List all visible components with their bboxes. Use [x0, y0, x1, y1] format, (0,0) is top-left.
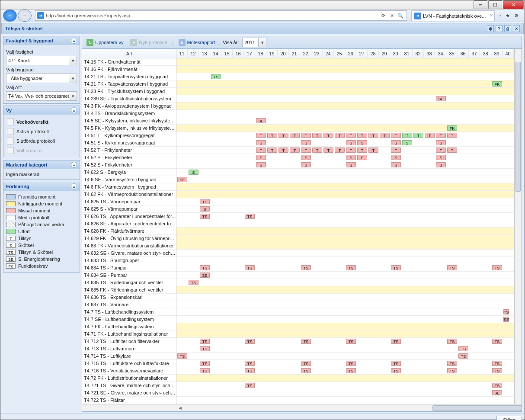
schedule-item[interactable]: TS: [245, 383, 255, 388]
aff-row-label[interactable]: T4.628 FK - Fläktluftvärmare: [82, 228, 176, 235]
report-button[interactable]: ≡Mötesrapport: [177, 38, 217, 47]
schedule-item[interactable]: S: [301, 155, 311, 160]
aff-row-label[interactable]: T4.635 TS - Rörledningar och ventiler: [82, 279, 176, 286]
schedule-item[interactable]: TS: [200, 346, 210, 351]
schedule-item[interactable]: T: [323, 147, 333, 153]
schedule-item[interactable]: T: [267, 133, 277, 138]
schedule-item[interactable]: S: [301, 140, 311, 145]
aff-row-label[interactable]: T4.21 TS - Tappvattensystem i byggnad: [82, 73, 176, 80]
schedule-item[interactable]: TS: [189, 280, 198, 285]
schedule-item[interactable]: SE: [436, 96, 446, 101]
schedule-item[interactable]: TS: [245, 265, 255, 270]
week-header-cell[interactable]: 18: [255, 49, 266, 58]
select-byggnad[interactable]: - Alla byggnader -: [6, 74, 77, 83]
schedule-item[interactable]: T: [335, 133, 345, 138]
aff-row-label[interactable]: T4.6 SE - Värmesystem i byggnad: [82, 176, 176, 183]
schedule-item[interactable]: T: [256, 147, 266, 153]
schedule-item[interactable]: TS: [346, 339, 356, 344]
schedule-item[interactable]: TS: [346, 265, 356, 270]
schedule-item[interactable]: S: [357, 140, 367, 145]
collapse-icon[interactable]: ▴: [71, 183, 77, 189]
week-header-cell[interactable]: 21: [289, 49, 300, 58]
week-header-cell[interactable]: 38: [480, 49, 491, 58]
schedule-item[interactable]: T: [413, 133, 423, 138]
schedule-item[interactable]: T: [312, 133, 322, 138]
aff-row-label[interactable]: T4.51 S - Kylkompressoraggregat: [82, 139, 176, 147]
schedule-item[interactable]: TS: [447, 368, 457, 373]
aff-row-label[interactable]: T4.633 TS - Shuntgrupper: [82, 257, 176, 264]
stop-icon[interactable]: ✕: [387, 13, 396, 19]
week-header-cell[interactable]: 23: [311, 49, 323, 58]
schedule-item[interactable]: S: [436, 140, 446, 145]
schedule-item[interactable]: T: [279, 133, 288, 138]
aff-row-label[interactable]: T4.714 TS - Luftkylare: [82, 353, 176, 360]
schedule-item[interactable]: T: [323, 133, 333, 138]
aff-row-label[interactable]: T4.636 TS - Expansionskärl: [82, 294, 176, 301]
tab-close-icon[interactable]: ×: [490, 13, 493, 18]
schedule-item[interactable]: TS: [492, 339, 502, 344]
schedule-item[interactable]: TS: [492, 383, 502, 388]
schedule-item[interactable]: SE: [177, 177, 187, 182]
schedule-item[interactable]: T: [346, 133, 356, 138]
aff-row-label[interactable]: T4.629 FK - Övrig utrustning för värmepr…: [82, 235, 176, 242]
week-header-cell[interactable]: 29: [379, 49, 390, 58]
schedule-item[interactable]: T: [267, 147, 277, 153]
reload-icon[interactable]: ⟳: [379, 13, 387, 19]
schedule-item[interactable]: S: [256, 140, 266, 145]
aff-row-label[interactable]: T4.5 SE - Kylsystem, inklusive frikylsys…: [82, 117, 176, 125]
schedule-item[interactable]: TS: [503, 309, 509, 314]
print-icon[interactable]: ⎙: [504, 25, 511, 32]
schedule-item[interactable]: T: [279, 147, 288, 153]
vy-item[interactable]: Veckoöversikt: [6, 117, 77, 127]
schedule-item[interactable]: TS: [346, 368, 356, 373]
schedule-item[interactable]: S: [391, 140, 401, 145]
schedule-item[interactable]: TS: [177, 353, 187, 359]
schedule-item[interactable]: T: [256, 133, 266, 138]
aff-row-label[interactable]: T4.716 TS - Ventilationsvärmeväxlare: [82, 367, 176, 375]
schedule-item[interactable]: TS: [245, 368, 255, 373]
schedule-item[interactable]: TS: [492, 265, 502, 270]
schedule-item[interactable]: TS: [447, 265, 457, 270]
schedule-item[interactable]: SE: [200, 273, 210, 278]
schedule-item[interactable]: TS: [391, 361, 401, 366]
aff-row-label[interactable]: T4.713 TS - Luftvärmare: [82, 345, 176, 353]
aff-row-label[interactable]: T4.7 TS - Luftbehandlingssystem: [82, 308, 176, 316]
collapse-icon[interactable]: ▴: [71, 162, 77, 168]
schedule-item[interactable]: TS: [391, 265, 401, 270]
schedule-item[interactable]: TS: [391, 368, 401, 373]
schedule-item[interactable]: T: [391, 147, 401, 153]
week-header-cell[interactable]: 17: [244, 49, 255, 58]
schedule-item[interactable]: TS: [211, 74, 221, 79]
week-header-cell[interactable]: 20: [278, 49, 289, 58]
aff-row-label[interactable]: T4.625 S - Värmepumpar: [82, 205, 176, 213]
aff-row-label[interactable]: T4.62 FK - Värmeproduktionsinstallatione…: [82, 191, 176, 198]
week-header-cell[interactable]: 39: [491, 49, 503, 58]
schedule-item[interactable]: SE: [256, 118, 266, 123]
schedule-item[interactable]: FK: [447, 125, 457, 131]
aff-row-label[interactable]: T4.637 TS - Värmare: [82, 301, 176, 308]
aff-row-label[interactable]: T4.721 TS - Givare, mätare och styr- och…: [82, 382, 176, 389]
schedule-item[interactable]: T: [290, 147, 300, 153]
schedule-item[interactable]: T: [402, 133, 412, 138]
collapse-icon[interactable]: ▴: [71, 107, 77, 113]
week-header-cell[interactable]: 35: [446, 49, 458, 58]
aff-row-label[interactable]: T4.626 TS - Apparater i undercentraler f…: [82, 213, 176, 220]
schedule-item[interactable]: SE: [492, 390, 502, 395]
schedule-item[interactable]: T: [301, 133, 311, 138]
schedule-item[interactable]: TS: [447, 361, 457, 366]
aff-row-label[interactable]: T4.634 TS - Pumpar: [82, 264, 176, 272]
window-minimize-button[interactable]: ━: [474, 0, 487, 9]
aff-row-label[interactable]: T4.721 SE - Givare, mätare och styr- och…: [82, 389, 176, 397]
week-header-cell[interactable]: 40: [503, 49, 514, 58]
search-icon[interactable]: 🔍: [396, 13, 405, 19]
browser-tab[interactable]: e LVN - Fastighetsteknisk öve... ×: [411, 10, 495, 21]
aff-row-label[interactable]: T4.239 SE - Tryckluftsdistributionssyste…: [82, 95, 176, 103]
schedule-item[interactable]: TS: [346, 361, 356, 366]
aff-row-label[interactable]: T4.72 FK - Luftdistributionsinstallation…: [82, 375, 176, 382]
schedule-item[interactable]: TS: [200, 265, 210, 270]
schedule-item[interactable]: TS: [492, 361, 502, 366]
schedule-item[interactable]: TS: [447, 339, 457, 344]
schedule-item[interactable]: S: [256, 162, 266, 167]
vy-item[interactable]: Aktiva protokoll: [6, 127, 77, 136]
schedule-item[interactable]: T: [312, 147, 322, 153]
